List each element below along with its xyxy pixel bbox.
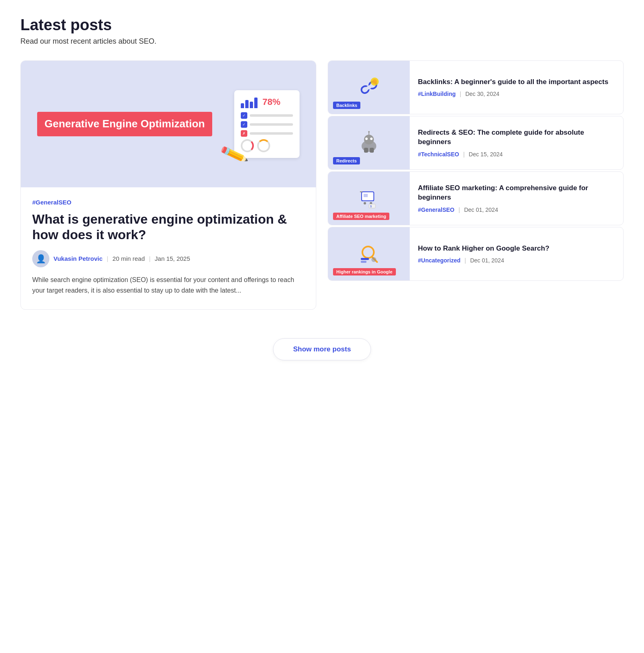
side-post-item: Higher rankings in Google How to Rank Hi… — [328, 227, 624, 281]
featured-post-image: Generative Engine Optimization 78% — [21, 61, 316, 187]
side-post-title: Backlinks: A beginner's guide to all the… — [418, 78, 615, 87]
side-post-title: Redirects & SEO: The complete guide for … — [418, 128, 615, 147]
svg-point-21 — [362, 247, 374, 258]
side-post-content: How to Rank Higher on Google Search? #Un… — [410, 227, 623, 280]
svg-rect-23 — [361, 258, 369, 260]
svg-point-25 — [371, 257, 376, 262]
svg-point-12 — [368, 131, 370, 133]
svg-point-6 — [364, 135, 374, 144]
side-post-thumb: $ Affiliate SEO marketing — [328, 172, 410, 225]
side-post-title: How to Rank Higher on Google Search? — [418, 244, 615, 253]
author-link[interactable]: Vukasin Petrovic — [53, 255, 102, 262]
author-row: 👤 Vukasin Petrovic | 20 min read | Jan 1… — [32, 250, 304, 267]
svg-rect-10 — [370, 148, 374, 153]
side-post-tag[interactable]: #Uncategorized — [418, 257, 460, 264]
thumb-label: Backlinks — [333, 102, 360, 109]
side-post-thumb: Backlinks — [328, 61, 410, 114]
side-post-item: Redirects Redirects & SEO: The complete … — [328, 116, 624, 170]
side-post-content: Backlinks: A beginner's guide to all the… — [410, 61, 623, 114]
page-subtitle: Read our most recent articles about SEO. — [20, 37, 624, 46]
side-posts-list: Backlinks Backlinks: A beginner's guide … — [328, 60, 624, 310]
svg-rect-24 — [361, 261, 366, 263]
side-post-meta: #LinkBuilding | Dec 30, 2024 — [418, 91, 615, 97]
side-post-date: Dec 01, 2024 — [464, 207, 498, 213]
page-title: Latest posts — [20, 16, 624, 34]
featured-post: Generative Engine Optimization 78% — [20, 60, 316, 310]
side-post-meta: #Uncategorized | Dec 01, 2024 — [418, 257, 615, 264]
side-post-content: Redirects & SEO: The complete guide for … — [410, 116, 623, 169]
thumb-label: Higher rankings in Google — [333, 268, 396, 275]
author-meta: Vukasin Petrovic | 20 min read | Jan 15,… — [53, 255, 190, 262]
side-post-tag[interactable]: #TechnicalSEO — [418, 151, 459, 158]
side-post-content: Affiliate SEO marketing: A comprehensive… — [410, 172, 623, 225]
side-post-tag[interactable]: #LinkBuilding — [418, 91, 456, 97]
side-post-item: $ Affiliate SEO marketing Affiliate SEO … — [328, 171, 624, 225]
read-time: 20 min read — [113, 255, 145, 262]
post-date: Jan 15, 2025 — [155, 255, 190, 262]
author-avatar: 👤 — [32, 250, 49, 267]
show-more-button[interactable]: Show more posts — [273, 338, 371, 360]
svg-point-16 — [364, 202, 366, 204]
side-post-date: Dec 30, 2024 — [465, 91, 499, 97]
thumb-label: Affiliate SEO marketing — [333, 213, 389, 220]
svg-text:$: $ — [370, 205, 372, 208]
svg-rect-2 — [366, 85, 372, 90]
side-post-date: Dec 01, 2024 — [470, 257, 504, 264]
featured-image-label: Generative Engine Optimization — [37, 112, 212, 136]
page-header: Latest posts Read our most recent articl… — [20, 16, 624, 46]
side-post-tag[interactable]: #GeneralSEO — [418, 207, 455, 213]
featured-post-content: #GeneralSEO What is generative engine op… — [21, 187, 316, 309]
post-excerpt: While search engine optimization (SEO) i… — [32, 275, 304, 296]
side-post-meta: #TechnicalSEO | Dec 15, 2024 — [418, 151, 615, 158]
svg-point-7 — [365, 138, 368, 140]
side-post-item: Backlinks Backlinks: A beginner's guide … — [328, 60, 624, 114]
side-post-thumb: Higher rankings in Google — [328, 227, 410, 280]
posts-grid: Generative Engine Optimization 78% — [20, 60, 624, 310]
svg-rect-9 — [364, 148, 368, 153]
featured-post-tag[interactable]: #GeneralSEO — [32, 199, 71, 206]
side-post-title: Affiliate SEO marketing: A comprehensive… — [418, 184, 615, 202]
svg-rect-14 — [364, 194, 368, 197]
side-post-date: Dec 15, 2024 — [469, 151, 503, 158]
featured-post-title: What is generative engine optimization &… — [32, 211, 304, 243]
svg-point-4 — [372, 79, 377, 84]
svg-point-8 — [370, 138, 373, 140]
show-more-container: Show more posts — [20, 330, 624, 369]
side-post-thumb: Redirects — [328, 116, 410, 169]
side-post-meta: #GeneralSEO | Dec 01, 2024 — [418, 207, 615, 213]
thumb-label: Redirects — [333, 157, 360, 164]
